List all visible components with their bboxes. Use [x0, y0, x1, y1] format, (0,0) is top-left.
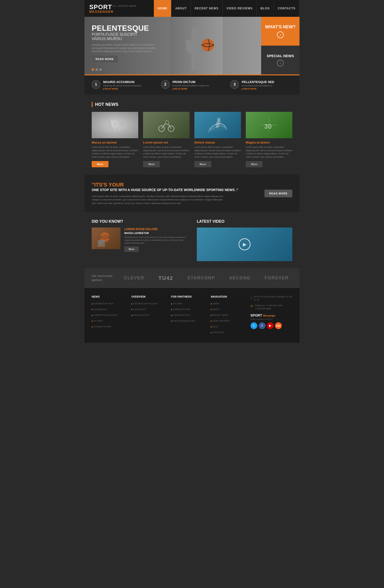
- nav-video-reviews[interactable]: VIDEO REVIEWS: [223, 0, 257, 17]
- footer-partners-list: SIT AMET CONSECTETUER ADIPISCING ELIT PE…: [171, 301, 206, 323]
- featured-num-1: 1: [92, 80, 100, 89]
- footer-news-list: ELEMENTUM VELIT CONSEQUAT LOREM IPSUM DO…: [92, 301, 127, 328]
- footer-partners-col: FOR PARTNERS SIT AMET CONSECTETUER ADIPI…: [171, 295, 206, 336]
- svg-text:30: 30: [264, 123, 272, 130]
- rss-button[interactable]: rss: [275, 322, 282, 329]
- news-card-img-4: 30: [246, 112, 292, 138]
- footer-partners-item-4: PELLENTESQUE SED: [171, 318, 206, 323]
- field-icon: 30: [259, 117, 279, 133]
- footer-news-item-5: CONSECTETUER: [92, 324, 127, 328]
- hero-cta-button[interactable]: READ MORE: [92, 56, 118, 63]
- news-card-more-btn-1[interactable]: More: [92, 161, 108, 167]
- special-news-arrow[interactable]: ›: [277, 60, 284, 66]
- partner-second: SECOND: [229, 275, 251, 281]
- footer-nav-item-6: CONTACTS: [211, 330, 246, 334]
- featured-readmore-1[interactable]: READ MORE: [103, 88, 141, 90]
- nav-blog[interactable]: BLOG: [257, 0, 274, 17]
- featured-desc-2: Eiusmod temporincididunt ut labore et: [172, 84, 209, 87]
- footer-news-item-4: SIT AMET: [92, 318, 127, 323]
- featured-readmore-3[interactable]: READ MORE: [242, 88, 274, 90]
- partners-label: Our most recent partners: [92, 274, 116, 282]
- whats-new-panel[interactable]: WHAT'S NEW? ›: [261, 17, 299, 46]
- news-card-more-btn-4[interactable]: More: [246, 161, 263, 167]
- footer-overview-col: OVERVIEW VESTIBULUM FACILISIS LACINIA ES…: [131, 295, 166, 336]
- footer-social: t f ▶ rss: [251, 322, 292, 329]
- news-card-3: Dolore massa Lorem ipsum dolor sit amet,…: [194, 112, 241, 167]
- address-icon: ⌂: [251, 296, 252, 299]
- footer-phone: ✆ Telephone: +1 800 603 6035 +1 800 898 …: [251, 304, 292, 311]
- featured-num-2: 2: [161, 80, 170, 89]
- special-news-panel[interactable]: SPECIAL NEWS ›: [261, 46, 299, 74]
- player-svg: [172, 19, 220, 74]
- whats-new-arrow[interactable]: ›: [277, 31, 284, 38]
- hero-text: PHASELLUS PORTA, FUSCE SUSCT VARIUS MI. …: [92, 43, 164, 53]
- twitter-button[interactable]: t: [251, 322, 257, 329]
- footer-address-text: 8876 St Vincent Place, Glasgow, DC 45 Fr…: [254, 295, 292, 302]
- phone-icon: ✆: [251, 305, 253, 308]
- surf-icon: [208, 117, 227, 133]
- video-player[interactable]: ▶: [197, 228, 292, 261]
- featured-body-1: MAURIS ACCUMSAN Dipsicing elit sed do ei…: [103, 80, 141, 90]
- nav-about[interactable]: ABOUT: [171, 0, 191, 17]
- site-tagline: ALL SPORTS NEWS: [113, 5, 137, 7]
- nav-contacts[interactable]: CONTACTS: [274, 0, 299, 17]
- footer-nav-list: HOME ABOUT RECENT NEWS VIDEO REVIEWS BLO…: [211, 301, 246, 334]
- featured-section: 1 MAURIS ACCUMSAN Dipsicing elit sed do …: [85, 75, 299, 95]
- partner-forever: FOREVER: [265, 275, 289, 281]
- site-name: SPORTALL SPORTS NEWS: [89, 3, 136, 11]
- news-card-more-btn-2[interactable]: More: [143, 161, 160, 167]
- header: SPORTALL SPORTS NEWS MESSENGER HOME ABOU…: [85, 0, 299, 17]
- two-col-section: DID YOU KNOW? LOREM IPSUM DOLORE MASSA L…: [85, 212, 299, 268]
- footer-overview-list: VESTIBULUM FACILISIS LACINIA EST PROIN D…: [131, 301, 166, 317]
- partner-tu42: TU42: [158, 275, 173, 281]
- site-name-text: SPORT: [89, 3, 112, 11]
- hero-dot-1[interactable]: [92, 68, 94, 71]
- footer-overview-title: OVERVIEW: [131, 295, 166, 298]
- hero-dot-3[interactable]: [99, 68, 102, 71]
- featured-item-2: 2 PROIN DICTUM Eiusmod temporincididunt …: [161, 80, 223, 90]
- svg-point-0: [191, 27, 202, 40]
- footer: NEWS ELEMENTUM VELIT CONSEQUAT LOREM IPS…: [85, 288, 299, 343]
- footer-nav-item-2: ABOUT: [211, 307, 246, 311]
- latest-video-title: LATEST VIDEO: [197, 219, 292, 224]
- footer-nav-title: NAVIGATION: [211, 295, 246, 298]
- featured-readmore-2[interactable]: READ MORE: [172, 88, 209, 90]
- hero-dots: [92, 68, 102, 71]
- featured-num-3: 3: [230, 80, 239, 89]
- svg-point-10: [116, 125, 121, 130]
- facebook-button[interactable]: f: [259, 322, 265, 329]
- featured-title-3: PELLENTESQUE SED: [242, 80, 274, 84]
- footer-logo: SPORT Messenger: [251, 314, 292, 317]
- quote-section: "ITS'S YOUR ONE STOP SITE WITH A HUGE SO…: [85, 174, 299, 212]
- partner-logos: CLEVER TU42 STARCORP SECOND FOREVER: [121, 275, 292, 281]
- latest-video-col: LATEST VIDEO ▶: [197, 219, 292, 261]
- footer-news-item-3: LOREM IPSUM DOLOR: [92, 313, 127, 317]
- site-logo: SPORTALL SPORTS NEWS MESSENGER: [85, 3, 141, 13]
- dyk-body: LOREM IPSUM DOLORE MASSA LAOREETUM Phase…: [124, 228, 187, 252]
- basketball-icon: [96, 230, 116, 247]
- dyk-more-button[interactable]: More: [124, 247, 139, 252]
- featured-desc-1: Dipsicing elit sed do eiusmod tempidunt: [103, 84, 141, 87]
- partner-starcorp: STARCORP: [188, 275, 215, 281]
- footer-address: ⌂ 8876 St Vincent Place, Glasgow, DC 45 …: [251, 295, 292, 302]
- featured-body-2: PROIN DICTUM Eiusmod temporincididunt ut…: [172, 80, 209, 90]
- footer-partners-title: FOR PARTNERS: [171, 295, 206, 298]
- play-button[interactable]: ▶: [238, 238, 251, 250]
- svg-point-14: [217, 117, 220, 121]
- footer-nav-item-3: RECENT NEWS: [211, 313, 246, 317]
- news-card-more-btn-3[interactable]: More: [194, 161, 211, 167]
- quote-read-more-button[interactable]: READ MORE: [264, 189, 292, 197]
- youtube-button[interactable]: ▶: [267, 322, 274, 329]
- hot-news-section: HOT NEWS Massa as laoreet Lorem ipsum do…: [85, 95, 299, 174]
- footer-nav-col: NAVIGATION HOME ABOUT RECENT NEWS VIDEO …: [211, 295, 246, 336]
- main-nav: HOME ABOUT RECENT NEWS VIDEO REVIEWS BLO…: [154, 0, 299, 17]
- footer-policy: ©2013 PRIVACY POLICY: [251, 318, 292, 320]
- hero-dot-2[interactable]: [96, 68, 98, 71]
- news-card-img-1: [92, 112, 138, 138]
- featured-desc-3: Do eiusmod temporIncididunt ut: [242, 84, 274, 87]
- hero-player-image: [170, 17, 223, 74]
- nav-recent-news[interactable]: RECENT NEWS: [191, 0, 223, 17]
- nav-home[interactable]: HOME: [154, 0, 171, 17]
- dyk-card-subtitle: MASSA LAOREETUM: [124, 232, 187, 234]
- footer-news-item-2: CONSEQUAT: [92, 307, 127, 311]
